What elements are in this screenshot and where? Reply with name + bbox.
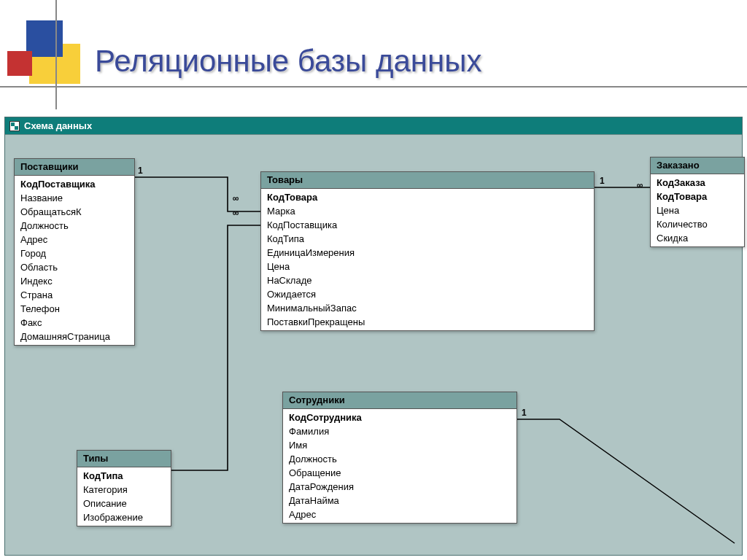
field-row[interactable]: Цена	[651, 203, 744, 217]
rel-many-products-1: ∞	[233, 193, 239, 203]
field-row[interactable]: КодСотрудника	[283, 411, 516, 424]
table-ordered[interactable]: Заказано КодЗаказаКодТовараЦенаКоличеств…	[650, 157, 745, 247]
field-row[interactable]: Должность	[15, 219, 134, 233]
table-products[interactable]: Товары КодТовараМаркаКодПоставщикаКодТип…	[260, 171, 595, 331]
field-row[interactable]: Изображение	[77, 510, 171, 524]
table-employees-title[interactable]: Сотрудники	[283, 392, 516, 409]
rel-many-products-2: ∞	[233, 208, 239, 218]
field-row[interactable]: КодТовара	[261, 190, 594, 204]
rel-one-products: 1	[600, 176, 605, 186]
relationships-icon	[9, 121, 20, 131]
table-types[interactable]: Типы КодТипаКатегорияОписаниеИзображение	[77, 450, 171, 526]
field-row[interactable]: ЕдиницаИзмерения	[261, 246, 594, 260]
field-row[interactable]: Индекс	[15, 274, 134, 288]
table-employees[interactable]: Сотрудники КодСотрудникаФамилияИмяДолжно…	[282, 392, 517, 524]
field-row[interactable]: КодПоставщика	[15, 177, 134, 191]
field-row[interactable]: КодЗаказа	[651, 176, 744, 190]
table-suppliers-title[interactable]: Поставщики	[15, 159, 134, 176]
field-row[interactable]: Адрес	[283, 508, 516, 521]
table-ordered-title[interactable]: Заказано	[651, 158, 744, 174]
logo-hline	[0, 86, 747, 88]
field-row[interactable]: КодТипа	[77, 469, 171, 483]
field-row[interactable]: ДомашняяСтраница	[15, 330, 134, 343]
field-row[interactable]: КодПоставщика	[261, 218, 594, 232]
field-row[interactable]: Страна	[15, 288, 134, 302]
field-row[interactable]: КодТипа	[261, 232, 594, 246]
field-row[interactable]: Адрес	[15, 233, 134, 246]
field-row[interactable]: НаСкладе	[261, 273, 594, 287]
field-row[interactable]: ДатаНайма	[283, 494, 516, 508]
field-row[interactable]: Должность	[283, 452, 516, 466]
field-row[interactable]: Название	[15, 191, 134, 205]
logo-vline	[55, 0, 57, 109]
schema-window: Схема данных 1 ∞ ∞ 1 1 ∞ 1 Поставщики Ко…	[4, 117, 743, 556]
slide-title: Реляционные базы данных	[95, 44, 481, 79]
field-row[interactable]: Скидка	[651, 231, 744, 245]
field-row[interactable]: ПоставкиПрекращены	[261, 315, 594, 329]
field-row[interactable]: ДатаРождения	[283, 480, 516, 494]
table-types-title[interactable]: Типы	[77, 451, 171, 467]
schema-title: Схема данных	[24, 120, 92, 131]
table-suppliers[interactable]: Поставщики КодПоставщикаНазваниеОбращать…	[14, 158, 135, 346]
field-row[interactable]: КодТовара	[651, 190, 744, 203]
field-row[interactable]: Город	[15, 246, 134, 260]
rel-one-employees: 1	[522, 408, 527, 418]
field-row[interactable]: МинимальныйЗапас	[261, 301, 594, 315]
schema-canvas[interactable]: 1 ∞ ∞ 1 1 ∞ 1 Поставщики КодПоставщикаНа…	[5, 135, 742, 555]
field-row[interactable]: Область	[15, 260, 134, 274]
table-products-title[interactable]: Товары	[261, 172, 594, 189]
field-row[interactable]: Категория	[77, 483, 171, 497]
field-row[interactable]: Обращение	[283, 466, 516, 480]
field-row[interactable]: ОбращатьсяК	[15, 205, 134, 219]
field-row[interactable]: Телефон	[15, 302, 134, 316]
rel-many-ordered: ∞	[637, 180, 643, 190]
field-row[interactable]: Цена	[261, 260, 594, 273]
rel-one-suppliers: 1	[138, 166, 143, 176]
field-row[interactable]: Количество	[651, 217, 744, 231]
field-row[interactable]: Марка	[261, 204, 594, 218]
schema-titlebar[interactable]: Схема данных	[5, 117, 742, 135]
field-row[interactable]: Факс	[15, 316, 134, 330]
field-row[interactable]: Фамилия	[283, 424, 516, 438]
logo-red-square	[7, 51, 32, 76]
field-row[interactable]: Ожидается	[261, 287, 594, 301]
field-row[interactable]: Описание	[77, 497, 171, 510]
field-row[interactable]: Имя	[283, 438, 516, 452]
